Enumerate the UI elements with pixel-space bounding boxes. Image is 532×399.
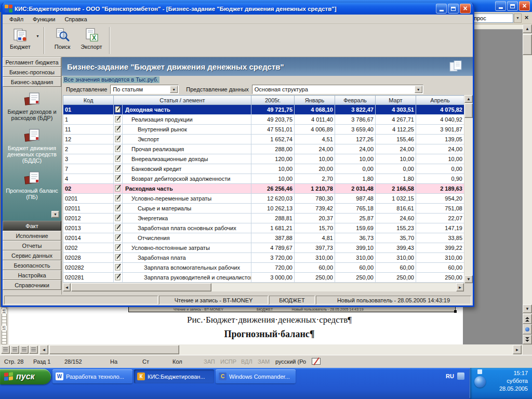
table-row[interactable]: 11 Внутрен	[63, 125, 464, 135]
browse-select-button[interactable]	[523, 324, 532, 335]
sidebar-section-button[interactable]: Регламент бюджета	[3, 57, 61, 67]
browse-next-button[interactable]	[523, 335, 532, 344]
table-row[interactable]: 02012 Энер	[63, 214, 464, 223]
sidebar-section-button[interactable]: Настройка	[3, 270, 61, 280]
col-year[interactable]: 2005г.	[251, 96, 295, 105]
search-button[interactable]: Поиск	[48, 25, 77, 56]
panel-item[interactable]: Бюджет движения денежных средств (БДДС)	[5, 128, 60, 164]
word-minimize-button[interactable]	[495, 1, 506, 11]
scroll-down-button[interactable]: ▼	[464, 275, 473, 283]
sidebar-section-button[interactable]: Сервис данных	[3, 250, 61, 260]
sidebar-section-button[interactable]: Исполнение	[3, 231, 61, 241]
view-web-button[interactable]	[10, 345, 19, 354]
task-button-commander[interactable]: C Windows Commander...	[216, 369, 296, 383]
chevron-down-icon[interactable]: ▼	[514, 14, 522, 23]
word-restore-button[interactable]	[507, 1, 518, 11]
col-item[interactable]: Статья / элемент	[114, 96, 251, 105]
task-button-kis[interactable]: К КИС:Бюджетирован...	[134, 369, 214, 383]
minimize-button[interactable]	[436, 4, 447, 14]
panel-item[interactable]: Прогнозный баланс (ПБ)	[5, 171, 60, 200]
scroll-thumb[interactable]	[464, 103, 473, 118]
scroll-thumb[interactable]	[49, 345, 179, 354]
scroll-left-button[interactable]: ◄	[63, 283, 71, 291]
value-year: 10,00	[251, 164, 295, 174]
scroll-thumb[interactable]	[71, 283, 211, 291]
view-print-button[interactable]	[20, 345, 29, 354]
table-row[interactable]: 12 Экспорт	[63, 135, 464, 144]
scroll-up-button[interactable]: ▲	[464, 95, 473, 103]
language-options-icon[interactable]	[457, 373, 464, 380]
col-apr[interactable]: Апрель	[416, 96, 464, 105]
tray-mini-icon[interactable]	[477, 369, 482, 374]
scroll-right-button[interactable]: ►	[456, 283, 464, 291]
table-row[interactable]: 01 Доходна	[63, 105, 464, 115]
table-vertical-scrollbar[interactable]: ▲ ▼	[464, 95, 473, 283]
table-row[interactable]: 02011 Сырь	[63, 204, 464, 214]
table-row[interactable]: 02 Расходн	[63, 184, 464, 194]
maximize-button[interactable]	[448, 4, 459, 14]
value-year: 3 720,00	[251, 253, 295, 263]
main-area: Бизнес-задание "Бюджет движения денежных…	[62, 57, 473, 295]
sidebar-section-button[interactable]: Факт	[3, 221, 61, 231]
question-input[interactable]: прос	[472, 14, 513, 23]
chevron-down-icon[interactable]: ▼	[415, 86, 422, 93]
col-feb[interactable]: Февраль	[335, 96, 376, 105]
word-close-button[interactable]: ×	[519, 1, 530, 11]
item-name-cell: Заработная плата	[123, 253, 251, 263]
dataview-select[interactable]: Основная структура ▼	[252, 85, 423, 94]
budget-button[interactable]: Бюджет	[6, 25, 35, 56]
export-button[interactable]: X Экспорт	[77, 25, 106, 56]
scroll-thumb[interactable]	[523, 34, 532, 55]
value-mar: 24,60	[376, 214, 416, 223]
word-horizontal-scrollbar[interactable]: ◄ ►	[0, 344, 523, 355]
panel-more-button[interactable]: ▼	[51, 211, 59, 218]
table-row[interactable]: 02014 Отчи	[63, 233, 464, 243]
language-indicator[interactable]: RU	[446, 373, 454, 379]
table-horizontal-scrollbar[interactable]: ◄ ►	[63, 283, 464, 291]
chevron-down-icon[interactable]: ▼	[170, 86, 178, 93]
sidebar-section-button[interactable]: Безопасность	[3, 260, 61, 270]
value-jan: 4,51	[295, 135, 335, 144]
table-row[interactable]: 020282 Зар	[63, 263, 464, 273]
view-select[interactable]: По статьям ▼	[110, 85, 179, 94]
view-normal-button[interactable]	[1, 345, 10, 354]
menu-item[interactable]: Справка	[60, 15, 91, 23]
budget-dropdown-icon[interactable]: ▼	[35, 25, 41, 46]
scroll-up-button[interactable]: ▲	[523, 24, 532, 33]
browse-previous-button[interactable]	[523, 314, 532, 324]
sidebar-section-button[interactable]: Справочники	[3, 280, 61, 290]
word-vertical-scrollbar[interactable]: ▲ ▼	[523, 24, 532, 344]
view-outline-button[interactable]	[29, 345, 38, 354]
sidebar-section-button[interactable]: Бизнес-прогнозы	[3, 67, 61, 77]
start-button[interactable]: пуск	[0, 369, 51, 384]
scroll-left-button[interactable]: ◄	[39, 345, 48, 354]
value-jan: 4,81	[295, 233, 335, 243]
sidebar-section-button[interactable]: Бизнес-задания	[3, 77, 61, 87]
tray-sphere-icon[interactable]	[474, 376, 486, 388]
col-code[interactable]: Код	[63, 96, 114, 105]
table-row[interactable]: 2 Прочая р	[63, 144, 464, 154]
image-resize-handle[interactable]	[454, 310, 457, 313]
close-button[interactable]: ×	[460, 4, 471, 14]
app-titlebar[interactable]: КИС:Бюджетирование - ООО "Брянскпромбето…	[3, 3, 473, 15]
table-row[interactable]: 02028 Зара	[63, 253, 464, 263]
table-row[interactable]: 7 Банковск	[63, 164, 464, 174]
menu-item[interactable]: Функции	[28, 15, 60, 23]
col-mar[interactable]: Март	[376, 96, 416, 105]
col-jan[interactable]: Январь	[295, 96, 335, 105]
toolbar-close-icon[interactable]: ×	[523, 14, 530, 22]
table-row[interactable]: 3 Внереали	[63, 154, 464, 164]
table-row[interactable]: 0202 Услов	[63, 243, 464, 253]
app-window: КИС:Бюджетирование - ООО "Брянскпромбето…	[1, 3, 474, 307]
table-row[interactable]: 02013 Зара	[63, 223, 464, 233]
task-button-word-doc[interactable]: W Разработка техноло...	[52, 369, 132, 383]
scroll-right-button[interactable]: ►	[513, 345, 522, 354]
sidebar-section-button[interactable]: Отчеты	[3, 241, 61, 250]
table-row[interactable]: 4 Возврат	[63, 174, 464, 184]
panel-item[interactable]: Бюджет доходов и расходов (БДР)	[5, 92, 60, 121]
scroll-down-button[interactable]: ▼	[523, 304, 532, 313]
menu-item[interactable]: Файл	[5, 15, 28, 23]
table-row[interactable]: 020281 Зар	[63, 273, 464, 283]
table-row[interactable]: 0201 Услов	[63, 194, 464, 204]
table-row[interactable]: 1 Реализац	[63, 115, 464, 125]
